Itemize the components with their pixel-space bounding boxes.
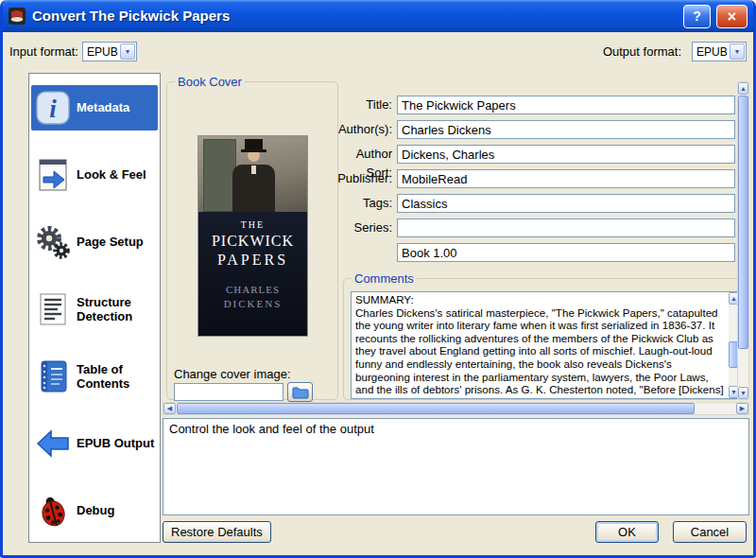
- comments-group: Comments SUMMARY: Charles Dickens's sati…: [343, 278, 747, 400]
- form-row-series-index: [335, 243, 737, 262]
- restore-defaults-button[interactable]: Restore Defaults: [163, 521, 271, 543]
- sidebar-item-label: Page Setup: [77, 235, 144, 249]
- input-format-label: Input format:: [9, 44, 78, 59]
- sidebar-item-label: Table of Contents: [77, 362, 155, 391]
- sidebar-item-page-setup[interactable]: Page Setup: [29, 208, 160, 275]
- cancel-button[interactable]: Cancel: [673, 521, 747, 543]
- notebook-icon: [34, 357, 72, 395]
- cover-title-line2: PAPERS: [198, 252, 307, 269]
- ok-button[interactable]: OK: [595, 521, 659, 543]
- scroll-left-icon[interactable]: ◀: [163, 403, 176, 414]
- input-format-select[interactable]: EPUB ▼: [82, 42, 137, 61]
- comments-group-label: Comments: [352, 271, 417, 286]
- section-description-box: Control the look and feel of the output: [163, 418, 749, 515]
- browse-cover-button[interactable]: [287, 382, 313, 402]
- form-row-authors: Author(s):: [335, 120, 737, 139]
- cover-author-line1: CHARLES: [198, 284, 307, 295]
- authors-label: Author(s):: [335, 120, 392, 139]
- panel-horizontal-scrollbar[interactable]: ◀ ▶: [163, 402, 749, 415]
- form-row-series: Series:: [335, 218, 737, 237]
- scroll-down-icon[interactable]: ▼: [738, 387, 748, 399]
- dropdown-arrow-icon: ▼: [120, 44, 135, 60]
- left-arrow-icon: [34, 425, 72, 462]
- scrollbar-thumb[interactable]: [177, 403, 695, 414]
- publisher-input[interactable]: [397, 169, 735, 188]
- conversion-sections-list: i Metadata Look & Feel: [28, 73, 161, 543]
- cover-title-line1: PICKWICK: [198, 233, 307, 250]
- series-label: Series:: [335, 218, 392, 237]
- scrollbar-thumb[interactable]: [738, 96, 748, 349]
- cover-door-shape: [203, 139, 236, 212]
- output-format-select[interactable]: EPUB ▼: [692, 42, 747, 61]
- info-icon: i: [34, 89, 72, 127]
- scroll-right-icon[interactable]: ▶: [736, 403, 748, 414]
- form-row-author-sort: Author Sort:: [335, 145, 737, 164]
- cover-author-line2: DICKENS: [198, 298, 307, 309]
- title-label: Title:: [335, 96, 392, 114]
- cover-figure-shirt-shape: [251, 166, 256, 174]
- tags-label: Tags:: [335, 194, 392, 213]
- panel-vertical-scrollbar[interactable]: ▲ ▼: [737, 81, 749, 400]
- convert-dialog: Convert The Pickwick Papers ? × Input fo…: [0, 0, 756, 558]
- ladybug-icon: [34, 492, 72, 530]
- calibre-app-icon: [8, 7, 26, 26]
- form-row-publisher: Publisher:: [335, 169, 737, 188]
- series-index-input[interactable]: [397, 243, 735, 262]
- document-lines-icon: [34, 290, 72, 328]
- sidebar-item-debug[interactable]: Debug: [29, 477, 160, 544]
- sidebar-item-epub-output[interactable]: EPUB Output: [29, 410, 160, 477]
- sidebar-item-label: Structure Detection: [77, 295, 155, 323]
- author-sort-input[interactable]: [397, 145, 735, 164]
- authors-input[interactable]: [397, 120, 735, 139]
- scroll-up-icon[interactable]: ▲: [738, 82, 748, 95]
- gears-icon: [34, 223, 72, 261]
- change-cover-label: Change cover image:: [174, 367, 291, 381]
- form-row-title: Title:: [335, 96, 737, 114]
- sidebar-item-label: EPUB Output: [77, 436, 154, 450]
- input-format-value: EPUB: [83, 45, 120, 59]
- output-format-value: EPUB: [693, 45, 730, 59]
- series-input[interactable]: [397, 218, 735, 237]
- window-title: Convert The Pickwick Papers: [32, 0, 230, 32]
- book-cover-image: THE PICKWICK PAPERS CHARLES DICKENS: [198, 135, 308, 337]
- sidebar-item-label: Look & Feel: [77, 167, 146, 182]
- cover-text-panel: THE PICKWICK PAPERS CHARLES DICKENS: [198, 212, 307, 336]
- sidebar-item-metadata[interactable]: i Metadata: [29, 74, 160, 141]
- titlebar[interactable]: Convert The Pickwick Papers ? ×: [0, 0, 756, 32]
- form-row-tags: Tags:: [335, 194, 737, 213]
- output-format-label: Output format:: [603, 44, 681, 59]
- folder-icon: [292, 386, 309, 399]
- comments-box[interactable]: SUMMARY: Charles Dickens's satirical mas…: [351, 291, 742, 399]
- cover-photo-area: [198, 136, 307, 212]
- sidebar-item-label: Debug: [77, 503, 114, 517]
- comments-text[interactable]: SUMMARY: Charles Dickens's satirical mas…: [355, 293, 726, 397]
- cover-path-input[interactable]: [174, 383, 284, 401]
- svg-text:i: i: [49, 95, 57, 123]
- title-input[interactable]: [397, 96, 735, 114]
- sidebar-item-label: Metadata: [77, 100, 129, 114]
- help-button[interactable]: ?: [683, 5, 711, 28]
- sidebar-item-table-of-contents[interactable]: Table of Contents: [29, 342, 160, 410]
- close-button[interactable]: ×: [716, 5, 747, 28]
- sidebar-item-look-feel[interactable]: Look & Feel: [29, 141, 160, 208]
- cover-title-the: THE: [198, 219, 307, 230]
- publisher-label: Publisher:: [335, 169, 392, 188]
- sidebar-item-structure-detection[interactable]: Structure Detection: [29, 275, 160, 342]
- cover-figure-hat-brim-shape: [241, 149, 266, 152]
- dropdown-arrow-icon: ▼: [730, 44, 745, 60]
- page-arrow-icon: [34, 156, 72, 194]
- book-cover-group-label: Book Cover: [175, 75, 245, 89]
- book-cover-group: Book Cover THE PICKWICK PAPERS CHARLES D…: [166, 81, 338, 400]
- tags-input[interactable]: [397, 194, 735, 213]
